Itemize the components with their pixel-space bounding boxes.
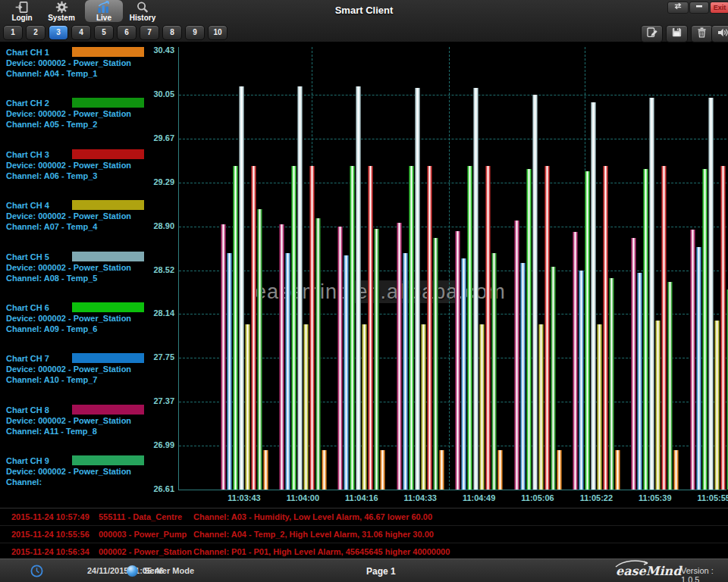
- y-tick-label: 27.75: [140, 352, 174, 361]
- bar-ch8-g7: [573, 232, 578, 490]
- page-indicator: Page 1: [366, 566, 396, 577]
- bar-ch2-g2: [315, 218, 321, 490]
- y-tick-label: 26.99: [140, 440, 174, 449]
- bar-ch4-g4: [421, 324, 426, 490]
- bar-ch2-g5: [491, 253, 497, 490]
- bar-ch3-g8: [661, 166, 667, 490]
- bar-ch5-g2: [297, 86, 303, 490]
- x-tick-label: 11:05:55: [689, 493, 728, 502]
- blue-led-icon: [127, 565, 138, 577]
- bar-ch2-g4: [433, 238, 438, 490]
- bar-ch2-g1: [257, 209, 262, 490]
- bar-ch4-g3: [362, 324, 367, 490]
- bar-ch6-g6: [526, 169, 532, 490]
- x-tick-label: 11:04:16: [337, 493, 386, 502]
- alarm-message: Channel: P01 - P01, High Level Alarm, 45…: [193, 547, 450, 556]
- bar-ch8-g3: [337, 227, 343, 490]
- bar-ch4-g8: [655, 321, 661, 490]
- bar-ch5-g9: [708, 98, 714, 490]
- bar-ch1-g8: [673, 450, 679, 490]
- status-mode: Server Mode: [144, 566, 194, 575]
- bar-ch5-g4: [415, 88, 420, 490]
- bar-ch7-g4: [403, 253, 408, 490]
- bar-ch7-g1: [227, 253, 232, 490]
- bar-ch4-g1: [245, 324, 250, 490]
- bar-ch8-g9: [690, 230, 695, 490]
- bar-ch6-g1: [233, 166, 238, 490]
- y-tick-label: 30.43: [140, 45, 174, 55]
- bar-ch8-g1: [221, 224, 226, 490]
- bar-ch2-g6: [551, 267, 556, 490]
- bar-ch6-g3: [350, 166, 355, 490]
- status-bar: 24/11/2015 11:05:46 Server Mode Page 1 e…: [0, 559, 728, 582]
- live-bar-chart: easemind.en.alibaba.com 30.4330.0529.672…: [0, 0, 728, 582]
- bar-ch1-g6: [557, 450, 562, 490]
- bar-ch7-g6: [520, 263, 526, 490]
- bar-ch3-g2: [309, 166, 315, 490]
- x-axis-line: [178, 490, 726, 490]
- bar-ch1-g3: [380, 450, 385, 490]
- clock-icon: [30, 565, 43, 580]
- alarm-row-2[interactable]: 2015-11-24 10:55:56000003 - Power_PumpCh…: [0, 526, 728, 543]
- x-tick-label: 11:05:06: [513, 493, 562, 502]
- alarm-row-1[interactable]: 2015-11-24 10:57:49555111 - Data_CentreC…: [0, 508, 728, 526]
- bar-ch2-g7: [609, 278, 614, 490]
- alarm-time: 2015-11-24 10:57:49: [11, 512, 89, 521]
- bar-ch3-g3: [368, 166, 373, 490]
- bar-ch6-g2: [291, 166, 297, 490]
- bar-ch4-g5: [479, 324, 485, 490]
- y-tick-label: 28.90: [140, 221, 174, 230]
- bar-ch6-g8: [643, 169, 648, 490]
- y-tick-label: 28.14: [140, 308, 174, 318]
- bar-ch5-g1: [239, 86, 244, 490]
- v-gridline: [449, 47, 450, 490]
- bar-ch5-g3: [356, 86, 361, 490]
- bar-ch6-g7: [585, 171, 590, 490]
- bar-ch7-g5: [461, 258, 466, 490]
- bar-ch7-g8: [637, 273, 642, 490]
- y-axis-line: [178, 47, 179, 490]
- bar-ch3-g7: [603, 166, 608, 490]
- smart-client-window: Login System Live History Smart Client: [0, 0, 728, 582]
- bar-ch5-g5: [473, 88, 479, 490]
- bar-ch4-g9: [714, 321, 720, 490]
- bar-ch4-g7: [597, 324, 602, 490]
- y-tick-label: 28.52: [140, 265, 174, 274]
- bar-ch7-g2: [285, 253, 290, 490]
- version-label: Version : 1.0.5: [681, 566, 728, 582]
- bar-ch6-g9: [702, 169, 708, 490]
- h-gridline: [179, 95, 726, 95]
- bar-ch8-g6: [514, 221, 519, 490]
- y-tick-label: 29.67: [140, 133, 174, 142]
- bar-ch6-g5: [467, 166, 472, 490]
- bar-ch8-g8: [631, 238, 636, 490]
- bar-ch5-g7: [591, 102, 596, 490]
- bar-ch6-g4: [409, 166, 414, 490]
- bar-ch3-g6: [544, 166, 550, 490]
- bar-ch3-g9: [720, 166, 726, 490]
- bar-ch3-g1: [251, 166, 256, 490]
- alarm-message: Channel: A04 - Temp_2, High Level Alarm,…: [193, 530, 434, 539]
- alarm-device: 555111 - Data_Centre: [99, 512, 182, 521]
- bar-ch3-g5: [485, 166, 491, 490]
- bar-ch7-g7: [579, 271, 584, 490]
- h-gridline: [179, 139, 726, 139]
- bar-ch1-g1: [263, 450, 268, 490]
- easemind-logo: easeMind: [616, 564, 681, 578]
- bar-ch7-g9: [696, 247, 701, 490]
- bar-ch8-g5: [455, 231, 460, 490]
- y-tick-label: 29.29: [140, 177, 174, 186]
- bar-ch4-g2: [303, 324, 309, 490]
- bar-ch5-g6: [532, 95, 538, 490]
- alarm-message: Channel: A03 - Humidity, Low Level Alarm…: [193, 512, 432, 521]
- bar-ch8-g4: [397, 223, 402, 490]
- bar-ch1-g7: [615, 450, 620, 490]
- x-tick-label: 11:05:39: [631, 493, 679, 502]
- alarm-device: 000002 - Power_Station: [99, 547, 192, 556]
- x-tick-label: 11:04:49: [455, 493, 504, 502]
- bar-ch5-g8: [649, 98, 654, 490]
- bar-ch2-g3: [374, 229, 379, 490]
- bar-ch4-g6: [538, 324, 544, 490]
- x-tick-label: 11:03:43: [220, 493, 268, 502]
- bar-ch1-g5: [497, 450, 503, 490]
